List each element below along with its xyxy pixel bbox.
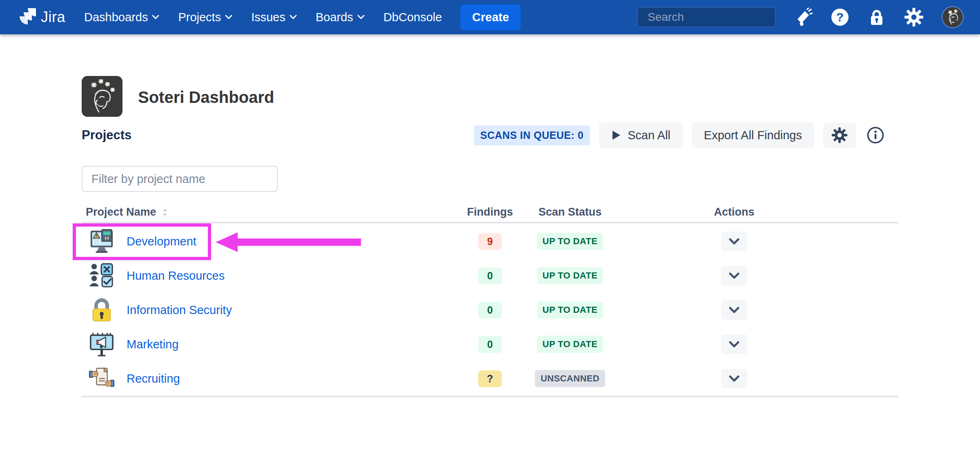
scan-status-badge: UP TO DATE [537, 267, 604, 284]
project-link-marketing[interactable]: Marketing [127, 338, 178, 351]
soteri-logo [82, 76, 122, 118]
project-link-development[interactable]: Development [127, 235, 196, 248]
column-header-project-name[interactable]: Project Name [86, 206, 169, 218]
play-icon [611, 130, 621, 140]
jira-soteri-dashboard-page: Jira Dashboards Projects Issues Boards D… [0, 0, 980, 468]
development-monitor-icon [89, 229, 114, 254]
chevron-down-icon [290, 15, 297, 20]
nav-menu-dbconsole[interactable]: DbConsole [383, 11, 442, 24]
chevron-down-icon [729, 238, 739, 245]
scan-status-badge: UP TO DATE [537, 233, 604, 250]
findings-badge: ? [478, 370, 502, 387]
main-content: Soteri Dashboard Projects SCANS IN QUEUE… [82, 34, 898, 468]
row-actions-dropdown[interactable] [721, 300, 747, 320]
chevron-down-icon [729, 341, 739, 348]
export-all-findings-button[interactable]: Export All Findings [692, 123, 814, 148]
sort-icon [161, 207, 169, 217]
project-link-information-security[interactable]: Information Security [127, 303, 232, 317]
chevron-down-icon [357, 15, 365, 20]
chevron-down-icon [729, 375, 739, 382]
page-header: Soteri Dashboard [82, 76, 274, 118]
chevron-down-icon [729, 307, 739, 313]
findings-badge: 0 [478, 302, 502, 319]
global-search[interactable] [637, 7, 776, 27]
column-header-actions: Actions [693, 206, 775, 218]
info-button[interactable] [865, 126, 886, 144]
project-link-recruiting[interactable]: Recruiting [127, 372, 180, 386]
row-actions-dropdown[interactable] [721, 369, 747, 388]
jira-brand-label: Jira [41, 9, 65, 26]
help-icon[interactable]: ? [831, 8, 849, 27]
scan-all-button[interactable]: Scan All [599, 123, 683, 148]
table-header: Project Name Findings Scan Status Action… [82, 204, 898, 223]
projects-toolbar: Projects SCANS IN QUEUE: 0 Scan All Expo… [82, 122, 898, 149]
project-link-human-resources[interactable]: Human Resources [127, 269, 225, 283]
info-icon [866, 126, 884, 144]
row-actions-dropdown[interactable] [721, 266, 747, 285]
findings-badge: 0 [478, 267, 502, 284]
table-row-development: Development 9 UP TO DATE [82, 224, 898, 259]
create-button[interactable]: Create [461, 4, 520, 30]
chevron-down-icon [225, 15, 232, 20]
nav-menu-projects[interactable]: Projects [178, 11, 232, 24]
user-avatar[interactable] [942, 6, 964, 28]
human-resources-icon [89, 263, 114, 288]
chevron-down-icon [152, 15, 159, 20]
announcement-icon[interactable] [794, 8, 813, 27]
jira-logo[interactable]: Jira [19, 7, 65, 27]
scans-in-queue-badge: SCANS IN QUEUE: 0 [474, 125, 590, 145]
gear-icon [831, 127, 848, 143]
nav-menu-issues[interactable]: Issues [251, 11, 297, 24]
page-title: Soteri Dashboard [138, 88, 274, 107]
section-heading: Projects [82, 128, 131, 143]
project-filter-input[interactable] [82, 166, 278, 192]
table-row-marketing: Marketing 0 UP TO DATE [82, 327, 898, 361]
table-row-information-security: Information Security 0 UP TO DATE [82, 293, 898, 327]
padlock-icon [89, 297, 114, 323]
table-row-human-resources: Human Resources 0 UP TO DATE [82, 259, 898, 293]
document-handoff-icon [89, 366, 114, 391]
projects-table: Development 9 UP TO DATE [82, 224, 898, 397]
billboard-megaphone-icon [89, 332, 114, 357]
table-row-recruiting: Recruiting ? UNSCANNED [82, 361, 898, 396]
jira-mark-icon [19, 7, 37, 27]
settings-button[interactable] [823, 123, 856, 148]
nav-menu-boards[interactable]: Boards [316, 11, 365, 24]
row-actions-dropdown[interactable] [721, 232, 747, 251]
column-header-scan-status: Scan Status [509, 206, 631, 218]
chevron-down-icon [729, 272, 739, 279]
top-navbar: Jira Dashboards Projects Issues Boards D… [0, 0, 980, 34]
nav-menu-dashboards[interactable]: Dashboards [84, 11, 159, 24]
scan-status-badge: UP TO DATE [537, 301, 604, 319]
findings-badge: 9 [478, 233, 502, 250]
scan-status-badge: UP TO DATE [537, 336, 604, 353]
findings-badge: 0 [478, 336, 502, 353]
lock-icon[interactable] [867, 8, 886, 27]
scan-status-badge: UNSCANNED [535, 370, 605, 387]
gear-icon[interactable] [904, 7, 924, 27]
search-input[interactable] [648, 11, 795, 24]
row-actions-dropdown[interactable] [721, 334, 747, 354]
svg-text:?: ? [836, 10, 844, 24]
